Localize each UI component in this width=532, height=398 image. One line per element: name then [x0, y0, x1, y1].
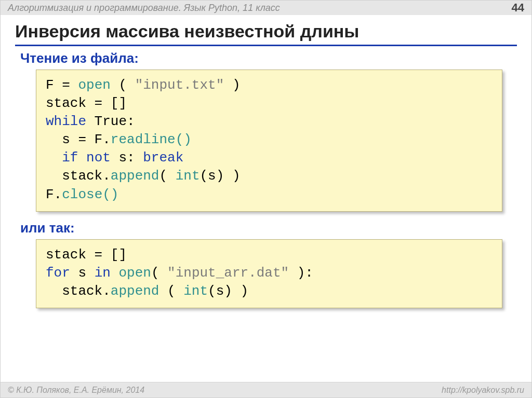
- copyright-text: © К.Ю. Поляков, Е.А. Ерёмин, 2014: [8, 386, 144, 395]
- code-fn: open: [78, 77, 110, 93]
- code-text: stack = []: [46, 95, 127, 111]
- code-fn: open: [118, 265, 151, 281]
- code-fn: append: [111, 168, 159, 184]
- footer-bar: © К.Ю. Поляков, Е.А. Ерёмин, 2014 http:/…: [1, 382, 531, 397]
- code-text: (: [111, 77, 135, 93]
- code-text: (: [159, 283, 183, 299]
- code-fn: append: [111, 283, 159, 299]
- code-keyword: while: [46, 114, 86, 129]
- code-text: stack.: [46, 283, 111, 299]
- code-keyword: if not: [62, 150, 111, 166]
- code-string: "input.txt": [135, 77, 224, 93]
- code-fn: int: [176, 168, 200, 184]
- code-text: stack.: [46, 168, 111, 184]
- page-number: 44: [512, 1, 524, 15]
- code-keyword: break: [143, 150, 183, 166]
- header-bar: Алгоритмизация и программирование. Язык …: [1, 1, 531, 15]
- code-text: [46, 150, 62, 166]
- code-fn: close(): [62, 187, 118, 202]
- code-text: ): [224, 77, 240, 93]
- code-text: (s) ): [200, 168, 240, 184]
- code-block-1: F = open ( "input.txt" ) stack = [] whil…: [36, 70, 502, 212]
- footer-url: http://kpolyakov.spb.ru: [442, 386, 524, 395]
- code-text: ):: [289, 265, 313, 281]
- content: Инверсия массива неизвестной длины Чтени…: [1, 15, 531, 308]
- code-text: [111, 265, 119, 281]
- code-text: F.: [46, 187, 62, 202]
- code-text: s = F.: [46, 132, 111, 147]
- code-string: "input_arr.dat": [167, 265, 289, 281]
- section-label-2: или так:: [20, 220, 517, 236]
- code-text: stack = []: [46, 247, 127, 263]
- code-text: (: [151, 265, 167, 281]
- code-keyword: in: [95, 265, 111, 281]
- slide-title: Инверсия массива неизвестной длины: [15, 21, 517, 46]
- code-text: (: [159, 168, 175, 184]
- code-fn: int: [183, 283, 208, 299]
- code-block-2: stack = [] for s in open( "input_arr.dat…: [36, 239, 502, 308]
- code-text: F =: [46, 77, 78, 93]
- code-fn: readline(): [111, 132, 192, 147]
- code-text: (s) ): [208, 283, 248, 299]
- subject-text: Алгоритмизация и программирование. Язык …: [8, 3, 280, 13]
- code-keyword: for: [46, 265, 70, 281]
- code-text: s: [70, 265, 95, 281]
- code-text: True:: [86, 114, 135, 129]
- code-text: s:: [111, 150, 143, 166]
- section-label-1: Чтение из файла:: [20, 50, 517, 66]
